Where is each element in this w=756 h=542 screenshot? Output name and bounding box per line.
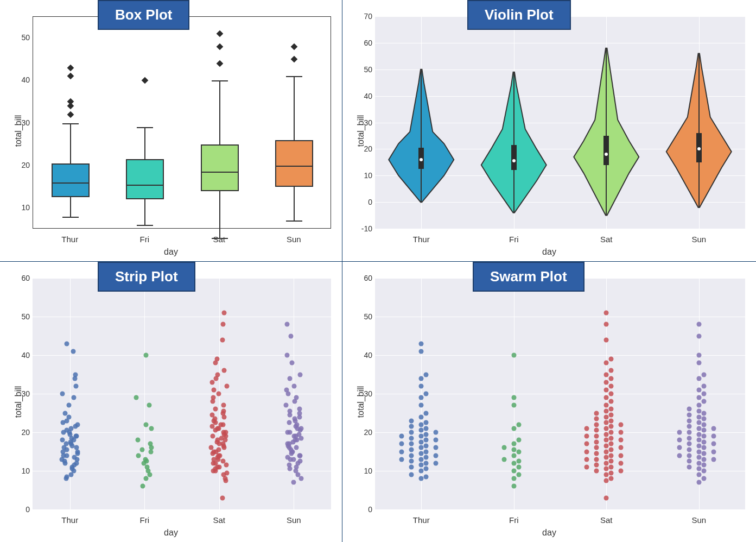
outlier — [216, 60, 223, 67]
data-point — [604, 361, 609, 365]
data-point — [419, 414, 424, 419]
x-tick: Thur — [413, 515, 430, 525]
data-point — [696, 408, 701, 413]
data-point — [701, 434, 706, 439]
box-Fri — [126, 159, 164, 199]
x-axis-label: day — [164, 528, 178, 538]
data-point — [71, 395, 76, 400]
data-point — [604, 387, 609, 392]
data-point — [609, 430, 614, 435]
data-point — [73, 372, 78, 377]
data-point — [419, 341, 424, 346]
data-point — [696, 461, 701, 465]
data-point — [419, 349, 424, 354]
data-point — [696, 322, 701, 327]
data-point — [687, 424, 691, 429]
outlier — [67, 111, 74, 118]
violin-plot-panel: Violin Plot total_bill day -100102030405… — [342, 0, 756, 261]
box-Sat — [201, 144, 239, 191]
data-point — [619, 453, 624, 458]
data-point — [399, 442, 404, 446]
data-point — [424, 392, 429, 396]
data-point — [218, 422, 223, 427]
data-point — [409, 472, 414, 477]
data-point — [217, 453, 222, 458]
data-point — [419, 469, 424, 474]
data-point — [696, 432, 701, 437]
data-point — [72, 455, 77, 460]
data-point — [147, 403, 151, 408]
data-point — [221, 408, 226, 413]
x-tick: Sat — [600, 235, 613, 244]
data-point — [224, 463, 229, 468]
data-point — [424, 420, 429, 425]
violin-plot-area — [375, 16, 745, 229]
data-point — [287, 463, 292, 468]
data-point — [594, 457, 599, 462]
data-point — [701, 411, 706, 415]
data-point — [609, 436, 614, 440]
data-point — [696, 387, 701, 392]
data-point — [409, 424, 414, 429]
data-point — [139, 447, 144, 452]
data-point — [585, 449, 589, 454]
data-point — [585, 434, 589, 439]
y-tick: 30 — [11, 118, 30, 127]
data-point — [701, 372, 706, 377]
y-tick: 50 — [11, 33, 30, 42]
data-point — [424, 426, 429, 431]
data-point — [399, 434, 404, 439]
data-point — [696, 361, 701, 365]
data-point — [424, 372, 429, 377]
data-point — [604, 467, 609, 471]
data-point — [284, 322, 289, 327]
data-point — [701, 445, 706, 450]
swarm-plot-title: Swarm Plot — [473, 262, 585, 292]
data-point — [409, 447, 414, 452]
data-point — [609, 376, 614, 381]
data-point — [143, 422, 148, 427]
data-point — [399, 457, 404, 462]
data-point — [221, 322, 226, 327]
data-point — [594, 451, 599, 456]
data-point — [609, 368, 614, 373]
x-tick: Fri — [140, 515, 150, 525]
data-point — [149, 426, 154, 431]
data-point — [419, 395, 424, 400]
data-point — [687, 407, 691, 412]
data-point — [419, 451, 424, 456]
data-point — [74, 445, 79, 450]
data-point — [217, 447, 221, 452]
data-point — [687, 447, 691, 452]
data-point — [284, 387, 289, 392]
data-point — [609, 424, 614, 429]
y-tick: 20 — [353, 428, 372, 437]
data-point — [701, 457, 706, 462]
y-tick: 60 — [353, 274, 372, 282]
data-point — [298, 459, 303, 464]
y-tick: 10 — [353, 467, 372, 475]
data-point — [701, 428, 706, 433]
data-point — [221, 368, 226, 373]
data-point — [516, 459, 521, 464]
y-tick: 60 — [11, 274, 30, 282]
outlier — [142, 77, 149, 84]
data-point — [609, 407, 614, 412]
y-tick: 70 — [353, 12, 372, 21]
data-point — [511, 395, 516, 400]
box-plot-panel: Box Plot total_bill day 1020304050ThurFr… — [0, 0, 342, 261]
data-point — [696, 443, 701, 448]
data-point — [73, 434, 78, 439]
y-tick: 40 — [353, 351, 372, 360]
data-point — [687, 436, 691, 440]
data-point — [501, 445, 506, 450]
data-point — [419, 439, 424, 444]
data-point — [696, 353, 701, 358]
data-point — [677, 445, 682, 450]
data-point — [66, 414, 71, 419]
data-point — [144, 353, 149, 358]
data-point — [434, 430, 439, 435]
data-point — [419, 422, 424, 427]
y-tick: 30 — [353, 118, 372, 127]
data-point — [701, 417, 706, 421]
